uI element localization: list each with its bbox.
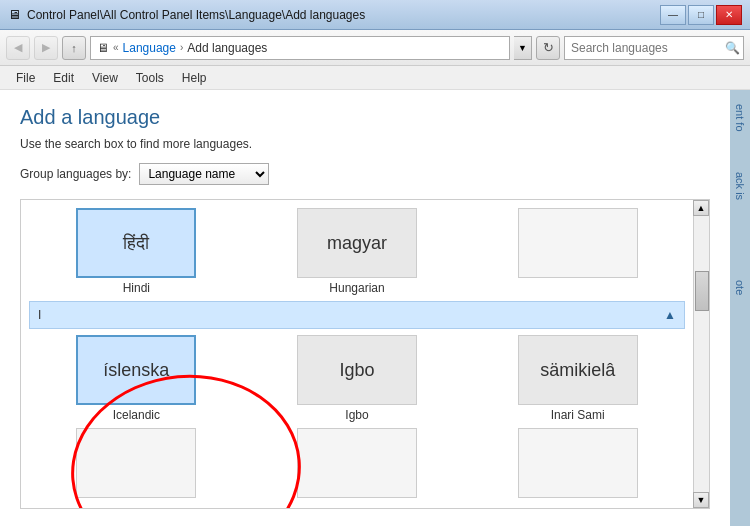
- side-panel-text1: ent fo: [734, 104, 746, 132]
- lang-tile-hungarian[interactable]: magyar: [297, 208, 417, 278]
- lang-tile-empty1: [518, 208, 638, 278]
- main-panel: Add a language Use the search box to fin…: [0, 90, 730, 526]
- minimize-button[interactable]: —: [660, 5, 686, 25]
- lang-name-icelandic: Icelandic: [113, 408, 160, 422]
- lang-native-hindi: हिंदी: [123, 233, 149, 254]
- section-divider-i: I ▲: [29, 301, 685, 329]
- scroll-down-arrow[interactable]: ▼: [693, 492, 709, 508]
- title-bar: 🖥 Control Panel\All Control Panel Items\…: [0, 0, 750, 30]
- menu-help[interactable]: Help: [174, 69, 215, 87]
- scroll-up-arrow[interactable]: ▲: [693, 200, 709, 216]
- lang-grid-container: ▲ हिंदी Hindi magyar Hungarian: [20, 199, 710, 509]
- lang-tile-hindi[interactable]: हिंदी: [76, 208, 196, 278]
- breadcrumb-language[interactable]: Language: [123, 41, 176, 55]
- group-by-label: Group languages by:: [20, 167, 131, 181]
- title-bar-text: Control Panel\All Control Panel Items\La…: [27, 8, 365, 22]
- section-letter-i: I: [38, 308, 41, 322]
- search-icon[interactable]: 🔍: [725, 41, 740, 55]
- menu-tools[interactable]: Tools: [128, 69, 172, 87]
- lang-cell-empty1: [470, 208, 685, 295]
- lang-name-hindi: Hindi: [123, 281, 150, 295]
- title-bar-icon: 🖥: [8, 7, 21, 22]
- title-bar-left: 🖥 Control Panel\All Control Panel Items\…: [8, 7, 365, 22]
- lang-name-inari-sami: Inari Sami: [551, 408, 605, 422]
- content-area: Add a language Use the search box to fin…: [0, 90, 750, 526]
- group-by-select[interactable]: Language name Script Region: [139, 163, 269, 185]
- nav-bar: ◀ ▶ ↑ 🖥 « Language › Add languages ▼ ↻ 🔍: [0, 30, 750, 66]
- breadcrumb-icon: 🖥: [97, 41, 109, 55]
- lang-cell-empty3: [250, 428, 465, 501]
- search-input[interactable]: [571, 41, 721, 55]
- breadcrumb-current: Add languages: [187, 41, 267, 55]
- menu-view[interactable]: View: [84, 69, 126, 87]
- forward-button[interactable]: ▶: [34, 36, 58, 60]
- breadcrumb-arrow: ›: [180, 42, 183, 53]
- maximize-button[interactable]: □: [688, 5, 714, 25]
- lang-cell-igbo[interactable]: Igbo Igbo: [250, 335, 465, 422]
- lang-cell-hungarian[interactable]: magyar Hungarian: [250, 208, 465, 295]
- refresh-button[interactable]: ↻: [536, 36, 560, 60]
- lang-tile-inari-sami[interactable]: sämikielâ: [518, 335, 638, 405]
- group-by-row: Group languages by: Language name Script…: [20, 163, 710, 185]
- lang-cell-hindi[interactable]: हिंदी Hindi: [29, 208, 244, 295]
- close-button[interactable]: ✕: [716, 5, 742, 25]
- page-subtitle: Use the search box to find more language…: [20, 137, 710, 151]
- side-panel-text2: ack is: [734, 172, 746, 200]
- lang-native-igbo: Igbo: [339, 360, 374, 381]
- menu-file[interactable]: File: [8, 69, 43, 87]
- up-button[interactable]: ↑: [62, 36, 86, 60]
- lang-tile-empty3: [297, 428, 417, 498]
- title-bar-controls: — □ ✕: [660, 5, 742, 25]
- lang-cell-icelandic[interactable]: íslenska Icelandic: [29, 335, 244, 422]
- lang-native-icelandic: íslenska: [103, 360, 169, 381]
- side-panel-text3: ote: [734, 280, 746, 295]
- back-button[interactable]: ◀: [6, 36, 30, 60]
- lang-grid: हिंदी Hindi magyar Hungarian I: [21, 200, 709, 508]
- search-box: 🔍: [564, 36, 744, 60]
- lang-tile-empty2: [76, 428, 196, 498]
- section-collapse-i[interactable]: ▲: [664, 308, 676, 322]
- lang-tile-empty4: [518, 428, 638, 498]
- breadcrumb-dropdown[interactable]: ▼: [514, 36, 532, 60]
- scrollbar-track: [693, 216, 709, 492]
- side-panel: ent fo ack is ote: [730, 90, 750, 526]
- page-title: Add a language: [20, 106, 710, 129]
- lang-name-igbo: Igbo: [345, 408, 368, 422]
- lang-tile-icelandic[interactable]: íslenska: [76, 335, 196, 405]
- lang-name-hungarian: Hungarian: [329, 281, 384, 295]
- lang-native-hungarian: magyar: [327, 233, 387, 254]
- menu-edit[interactable]: Edit: [45, 69, 82, 87]
- breadcrumb-separator: «: [113, 42, 119, 53]
- lang-tile-igbo[interactable]: Igbo: [297, 335, 417, 405]
- lang-cell-inari-sami[interactable]: sämikielâ Inari Sami: [470, 335, 685, 422]
- scrollbar-thumb[interactable]: [695, 271, 709, 311]
- menu-bar: File Edit View Tools Help: [0, 66, 750, 90]
- lang-cell-empty2: [29, 428, 244, 501]
- breadcrumb-bar: 🖥 « Language › Add languages: [90, 36, 510, 60]
- lang-native-inari-sami: sämikielâ: [540, 360, 615, 381]
- lang-cell-empty4: [470, 428, 685, 501]
